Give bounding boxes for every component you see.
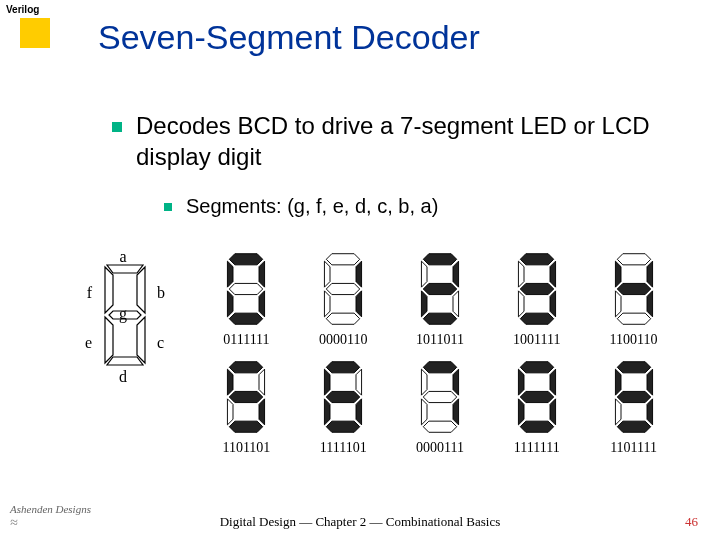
- svg-marker-23: [453, 291, 459, 317]
- svg-marker-10: [230, 313, 263, 324]
- svg-marker-73: [617, 421, 650, 432]
- label-d: d: [119, 368, 127, 385]
- svg-marker-30: [550, 291, 556, 317]
- svg-marker-61: [421, 369, 427, 395]
- digit-cell: 1100110: [587, 250, 680, 352]
- svg-marker-40: [615, 261, 621, 287]
- label-b: b: [157, 284, 165, 301]
- digit-code: 0111111: [223, 332, 269, 348]
- digit-cell: 0111111: [200, 250, 293, 352]
- svg-marker-33: [518, 261, 524, 287]
- digit-code: 1011011: [416, 332, 464, 348]
- svg-marker-51: [356, 399, 362, 425]
- svg-marker-66: [520, 421, 553, 432]
- figure-area: a b c d e f g 01111110000110101101110011…: [60, 250, 680, 460]
- label-a: a: [119, 250, 126, 265]
- digit-code: 1101111: [610, 440, 657, 456]
- svg-marker-16: [356, 291, 362, 317]
- svg-marker-71: [647, 369, 653, 395]
- digit-cell: 1111101: [297, 358, 390, 460]
- svg-marker-47: [228, 369, 234, 395]
- svg-marker-46: [228, 399, 234, 425]
- svg-marker-44: [259, 399, 265, 425]
- svg-marker-34: [520, 283, 553, 294]
- svg-marker-53: [325, 399, 331, 425]
- digit-cell: 1011011: [394, 250, 487, 352]
- footer-text: Digital Design — Chapter 2 — Combination…: [0, 514, 720, 530]
- svg-marker-13: [230, 283, 263, 294]
- digit-code: 1111111: [514, 440, 560, 456]
- svg-marker-1: [105, 267, 113, 313]
- svg-marker-75: [615, 369, 621, 395]
- svg-marker-11: [228, 291, 234, 317]
- svg-marker-63: [520, 362, 553, 373]
- svg-marker-8: [259, 261, 265, 287]
- sub-bullet-row: Segments: (g, f, e, d, c, b, a): [164, 195, 438, 218]
- svg-marker-14: [326, 254, 359, 265]
- svg-marker-76: [617, 391, 650, 402]
- slide-title: Seven-Segment Decoder: [98, 18, 480, 57]
- svg-marker-70: [617, 362, 650, 373]
- svg-marker-27: [423, 283, 456, 294]
- svg-marker-19: [325, 261, 331, 287]
- label-g: g: [119, 305, 127, 323]
- label-e: e: [85, 334, 92, 351]
- svg-marker-64: [550, 369, 556, 395]
- svg-marker-38: [617, 313, 650, 324]
- svg-marker-54: [325, 369, 331, 395]
- svg-marker-36: [647, 261, 653, 287]
- svg-marker-57: [453, 369, 459, 395]
- svg-marker-18: [325, 291, 331, 317]
- digit-cell: 1111111: [490, 358, 583, 460]
- bullet-icon: [112, 122, 122, 132]
- segment-diagram: a b c d e f g: [60, 250, 190, 450]
- digit-code: 1101101: [222, 440, 270, 456]
- digit-code: 0000110: [319, 332, 367, 348]
- bullet-icon: [164, 203, 172, 211]
- svg-marker-50: [356, 369, 362, 395]
- svg-marker-45: [230, 421, 263, 432]
- svg-marker-55: [326, 391, 359, 402]
- svg-marker-42: [230, 362, 263, 373]
- svg-marker-29: [550, 261, 556, 287]
- svg-marker-49: [326, 362, 359, 373]
- accent-square: [20, 18, 50, 48]
- digit-code: 1111101: [320, 440, 367, 456]
- svg-marker-21: [423, 254, 456, 265]
- svg-marker-35: [617, 254, 650, 265]
- svg-marker-41: [617, 283, 650, 294]
- svg-marker-4: [105, 317, 113, 363]
- svg-marker-59: [423, 421, 456, 432]
- svg-marker-17: [326, 313, 359, 324]
- svg-marker-65: [550, 399, 556, 425]
- svg-marker-52: [326, 421, 359, 432]
- digit-cell: 1001111: [490, 250, 583, 352]
- digit-code: 1001111: [513, 332, 560, 348]
- svg-marker-15: [356, 261, 362, 287]
- svg-marker-58: [453, 399, 459, 425]
- label-f: f: [87, 284, 93, 301]
- digit-code: 1100110: [610, 332, 658, 348]
- sub-bullet-text: Segments: (g, f, e, d, c, b, a): [186, 195, 438, 218]
- svg-marker-68: [518, 369, 524, 395]
- digit-cell: 0000111: [394, 358, 487, 460]
- digit-cell: 1101111: [587, 358, 680, 460]
- svg-marker-20: [326, 283, 359, 294]
- svg-marker-60: [421, 399, 427, 425]
- svg-marker-22: [453, 261, 459, 287]
- svg-marker-69: [520, 391, 553, 402]
- digits-grid: 0111111000011010110111001111110011011011…: [200, 250, 680, 460]
- svg-marker-56: [423, 362, 456, 373]
- svg-marker-25: [421, 291, 427, 317]
- svg-marker-0: [107, 265, 143, 273]
- main-bullet-text: Decodes BCD to drive a 7-segment LED or …: [136, 110, 700, 172]
- svg-marker-74: [615, 399, 621, 425]
- slide-header: Verilog: [6, 4, 39, 15]
- svg-marker-5: [137, 317, 145, 363]
- svg-marker-32: [518, 291, 524, 317]
- main-bullet-row: Decodes BCD to drive a 7-segment LED or …: [112, 110, 700, 172]
- svg-marker-62: [423, 391, 456, 402]
- svg-marker-9: [259, 291, 265, 317]
- digit-cell: 1101101: [200, 358, 293, 460]
- page-number: 46: [685, 514, 698, 530]
